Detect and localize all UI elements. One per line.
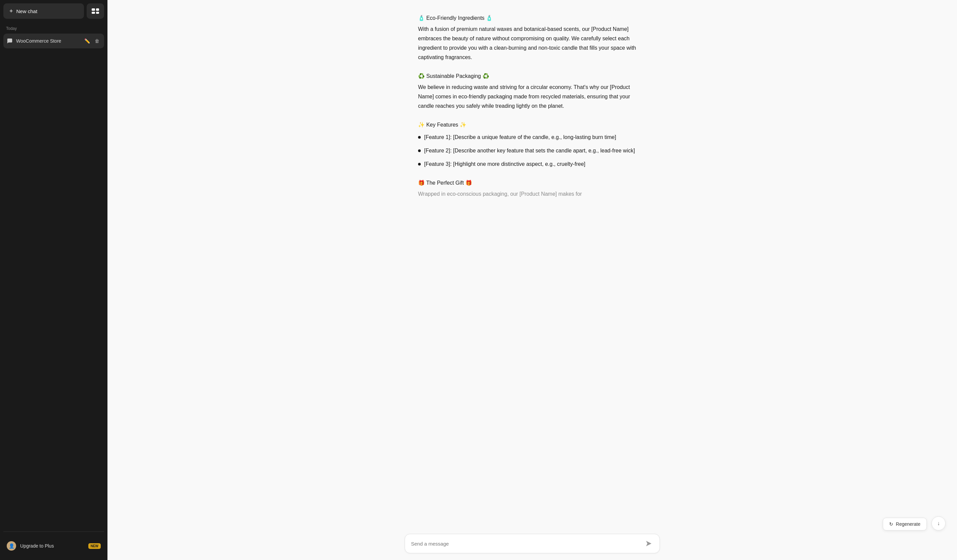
- gift-heading: 🎁 The Perfect Gift 🎁: [418, 178, 646, 187]
- upgrade-label: Upgrade to Plus: [20, 543, 54, 549]
- chat-content: 🧴 Eco-Friendly Ingredients 🧴 With a fusi…: [107, 0, 957, 529]
- feature-text: [Feature 2]: [Describe another key featu…: [424, 147, 635, 155]
- new-badge: NEW: [88, 543, 101, 549]
- gift-body: Wrapped in eco-conscious packaging, our …: [418, 189, 646, 199]
- sustainable-heading: ♻️ Sustainable Packaging ♻️: [418, 71, 646, 80]
- bullet-dot: [418, 163, 421, 166]
- list-item: [Feature 3]: [Highlight one more distinc…: [418, 160, 646, 169]
- upgrade-button[interactable]: 👤 Upgrade to Plus NEW: [3, 537, 104, 555]
- eco-heading: 🧴 Eco-Friendly Ingredients 🧴: [418, 13, 646, 22]
- layout-toggle-button[interactable]: [87, 3, 104, 19]
- ai-message: 🧴 Eco-Friendly Ingredients 🧴 With a fusi…: [418, 13, 646, 199]
- regenerate-button[interactable]: ↻ Regenerate: [883, 518, 927, 530]
- main-content: 🧴 Eco-Friendly Ingredients 🧴 With a fusi…: [107, 0, 957, 560]
- gift-section: 🎁 The Perfect Gift 🎁 Wrapped in eco-cons…: [418, 178, 646, 199]
- chat-item-label: WooCommerce Store: [16, 38, 80, 44]
- key-features-section: ✨ Key Features ✨: [418, 120, 646, 129]
- chat-list-item[interactable]: WooCommerce Store ✏️ 🗑: [3, 33, 104, 48]
- send-button[interactable]: [644, 539, 654, 548]
- feature-text: [Feature 1]: [Describe a unique feature …: [424, 133, 616, 142]
- arrow-down-icon: ↓: [937, 521, 940, 527]
- send-icon: [645, 540, 652, 547]
- feature-text: [Feature 3]: [Highlight one more distinc…: [424, 160, 585, 169]
- message-container: 🧴 Eco-Friendly Ingredients 🧴 With a fusi…: [404, 13, 660, 199]
- sidebar-top: + New chat: [3, 3, 104, 19]
- input-row: [404, 534, 660, 553]
- sidebar: + New chat Today WooCommerce Store ✏️ 🗑 …: [0, 0, 107, 560]
- chat-item-actions: ✏️ 🗑: [83, 38, 101, 44]
- edit-chat-button[interactable]: ✏️: [83, 38, 92, 44]
- regenerate-icon: ↻: [889, 521, 893, 527]
- delete-chat-button[interactable]: 🗑: [93, 38, 101, 44]
- features-list: [Feature 1]: [Describe a unique feature …: [418, 133, 646, 169]
- eco-body: With a fusion of premium natural waxes a…: [418, 25, 646, 62]
- sustainable-body: We believe in reducing waste and strivin…: [418, 83, 646, 111]
- features-heading: ✨ Key Features ✨: [418, 120, 646, 129]
- avatar: 👤: [7, 541, 16, 551]
- new-chat-button[interactable]: + New chat: [3, 3, 84, 19]
- message-input[interactable]: [411, 541, 644, 547]
- bullet-dot: [418, 136, 421, 139]
- plus-icon: +: [9, 8, 13, 14]
- new-chat-label: New chat: [16, 8, 38, 14]
- chat-bubble-icon: [7, 38, 13, 44]
- layout-icon: [92, 8, 99, 14]
- bottom-bar: [107, 529, 957, 560]
- list-item: [Feature 2]: [Describe another key featu…: [418, 147, 646, 155]
- regenerate-label: Regenerate: [896, 521, 921, 527]
- bullet-dot: [418, 150, 421, 152]
- scroll-down-button[interactable]: ↓: [932, 516, 946, 530]
- list-item: [Feature 1]: [Describe a unique feature …: [418, 133, 646, 142]
- sidebar-bottom: 👤 Upgrade to Plus NEW: [3, 532, 104, 560]
- today-section-label: Today: [3, 24, 104, 33]
